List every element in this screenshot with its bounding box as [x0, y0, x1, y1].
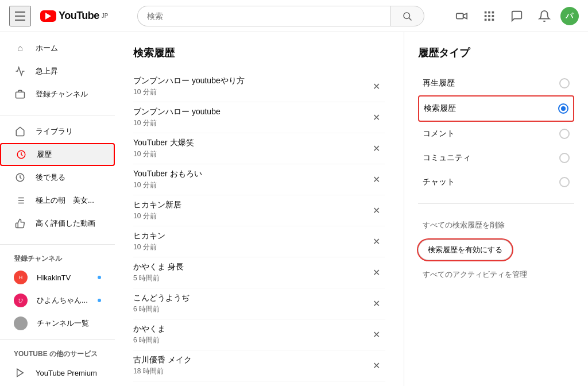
history-item-close-8[interactable]: ✕ — [367, 326, 385, 344]
svg-rect-5 — [488, 11, 490, 13]
sidebar-label-watch-later: 後で見る — [36, 172, 65, 183]
hiyonchan-dot — [98, 299, 101, 302]
sidebar-item-top-morning[interactable]: 極上の朝 美女... — [0, 189, 115, 212]
sidebar-item-watch-later[interactable]: 後で見る — [0, 166, 115, 189]
history-item-close-6[interactable]: ✕ — [367, 264, 385, 282]
radio-search[interactable]: 検索履歴 — [418, 95, 574, 122]
sidebar-section-main: ⌂ ホーム 急上昇 登録チャンネル — [0, 37, 115, 110]
channel-item-hikakintv[interactable]: H HikakinTV — [0, 266, 115, 289]
logo-jp: JP — [102, 13, 109, 19]
history-item-close-4[interactable]: ✕ — [367, 202, 385, 220]
video-camera-button[interactable] — [450, 5, 473, 28]
svg-rect-6 — [492, 11, 494, 13]
history-item-close-3[interactable]: ✕ — [367, 171, 385, 189]
svg-rect-2 — [457, 13, 463, 18]
radio-label-playback: 再生履歴 — [423, 78, 455, 88]
apps-button[interactable] — [478, 5, 501, 28]
history-item-10: ゆんちゃんねる メイク 19 時間前 ✕ — [133, 381, 385, 386]
delete-all-link[interactable]: すべての検索履歴を削除 — [418, 215, 574, 235]
history-item-close-2[interactable]: ✕ — [367, 140, 385, 158]
history-item-text-7: こんどうようぢ 6 時間前 — [133, 293, 367, 314]
action-divider — [418, 203, 574, 204]
manage-activity-link[interactable]: すべてのアクティビティを管理 — [418, 265, 574, 284]
history-item-close-1[interactable]: ✕ — [367, 109, 385, 127]
avatar[interactable]: パ — [560, 7, 579, 25]
history-time-4: 10 分前 — [133, 211, 367, 221]
history-item-text-3: YouTuber おもろい 10 分前 — [133, 169, 367, 190]
main-container: ⌂ ホーム 急上昇 登録チャンネル ライブラ — [0, 32, 588, 386]
sidebar-label-trending: 急上昇 — [36, 66, 58, 76]
history-query-1: ブンブンハロー youtube — [133, 107, 367, 117]
history-query-8: かやくま — [133, 324, 367, 334]
hikakintv-dot — [98, 276, 101, 279]
history-time-7: 6 時間前 — [133, 304, 367, 314]
sidebar-label-premium: YouTube Premium — [36, 369, 97, 377]
history-query-6: かやくま 身長 — [133, 262, 367, 272]
svg-marker-22 — [17, 369, 24, 377]
radio-chat[interactable]: チャット — [418, 170, 574, 194]
radio-playback[interactable]: 再生履歴 — [418, 71, 574, 95]
header: YouTubeJP — [0, 0, 588, 32]
history-item-close-9[interactable]: ✕ — [367, 357, 385, 375]
channel-item-hiyonchan[interactable]: ひ ひよんちゃん... — [0, 289, 115, 312]
history-query-9: 古川優香 メイク — [133, 355, 367, 365]
sidebar-item-trending[interactable]: 急上昇 — [0, 60, 115, 83]
hikakintv-avatar: H — [14, 271, 28, 284]
logo[interactable]: YouTubeJP — [40, 10, 109, 22]
history-item-close-5[interactable]: ✕ — [367, 233, 385, 251]
search-icon — [402, 11, 412, 21]
history-item-close-0[interactable]: ✕ — [367, 78, 385, 96]
history-item-4: ヒカキン新居 10 分前 ✕ — [133, 195, 385, 226]
svg-rect-8 — [488, 15, 490, 17]
history-time-5: 10 分前 — [133, 242, 367, 252]
svg-rect-13 — [16, 92, 25, 98]
youtube-logo-icon — [40, 10, 56, 22]
channel-name-hiyonchan: ひよんちゃん... — [37, 295, 88, 306]
sidebar-item-library[interactable]: ライブラリ — [0, 120, 115, 143]
trending-icon — [14, 65, 26, 78]
sidebar-item-home[interactable]: ⌂ ホーム — [0, 37, 115, 60]
sidebar-label-home: ホーム — [36, 43, 58, 53]
history-time-1: 10 分前 — [133, 118, 367, 128]
logo-text: YouTube — [59, 10, 99, 22]
apps-icon — [483, 10, 496, 22]
channel-item-channel-list[interactable]: チャンネル一覧 — [0, 312, 115, 335]
video-camera-icon — [455, 10, 468, 22]
history-item-7: こんどうようぢ 6 時間前 ✕ — [133, 288, 385, 319]
search-input[interactable] — [137, 6, 390, 26]
bell-icon — [538, 10, 551, 22]
notifications-button[interactable] — [533, 5, 556, 28]
hamburger-button[interactable] — [9, 6, 31, 26]
radio-comment[interactable]: コメント — [418, 122, 574, 146]
history-item-text-9: 古川優香 メイク 18 時間前 — [133, 355, 367, 376]
enable-history-button[interactable]: 検索履歴を有効にする — [418, 240, 512, 260]
sidebar-item-history[interactable]: 履歴 — [0, 143, 115, 166]
header-right: パ — [450, 5, 579, 28]
svg-rect-7 — [485, 15, 487, 17]
svg-rect-11 — [488, 18, 490, 21]
enable-btn-wrapper: 検索履歴を有効にする — [418, 240, 574, 260]
history-query-2: YouTuber 大爆笑 — [133, 138, 367, 148]
svg-rect-4 — [485, 11, 487, 13]
history-item-6: かやくま 身長 5 時間前 ✕ — [133, 257, 385, 288]
history-time-8: 6 時間前 — [133, 335, 367, 345]
radio-community[interactable]: コミュニティ — [418, 146, 574, 170]
library-icon — [14, 125, 26, 138]
sidebar: ⌂ ホーム 急上昇 登録チャンネル ライブラ — [0, 32, 115, 386]
history-time-3: 10 分前 — [133, 180, 367, 190]
subscriptions-icon — [14, 88, 26, 101]
history-item-text-5: ヒカキン 10 分前 — [133, 231, 367, 252]
sidebar-item-subscriptions[interactable]: 登録チャンネル — [0, 83, 115, 106]
radio-label-chat: チャット — [423, 177, 455, 187]
divider-3 — [0, 339, 115, 340]
history-item-close-7[interactable]: ✕ — [367, 295, 385, 313]
history-item-text-1: ブンブンハロー youtube 10 分前 — [133, 107, 367, 128]
history-item-8: かやくま 6 時間前 ✕ — [133, 319, 385, 350]
svg-rect-9 — [492, 15, 494, 17]
history-query-7: こんどうようぢ — [133, 293, 367, 303]
history-panel-title: 検索履歴 — [133, 46, 385, 60]
sidebar-item-premium[interactable]: YouTube Premium — [0, 361, 115, 384]
search-button[interactable] — [390, 6, 424, 26]
message-button[interactable] — [505, 5, 528, 28]
sidebar-item-liked[interactable]: 高く評価した動画 — [0, 212, 115, 235]
